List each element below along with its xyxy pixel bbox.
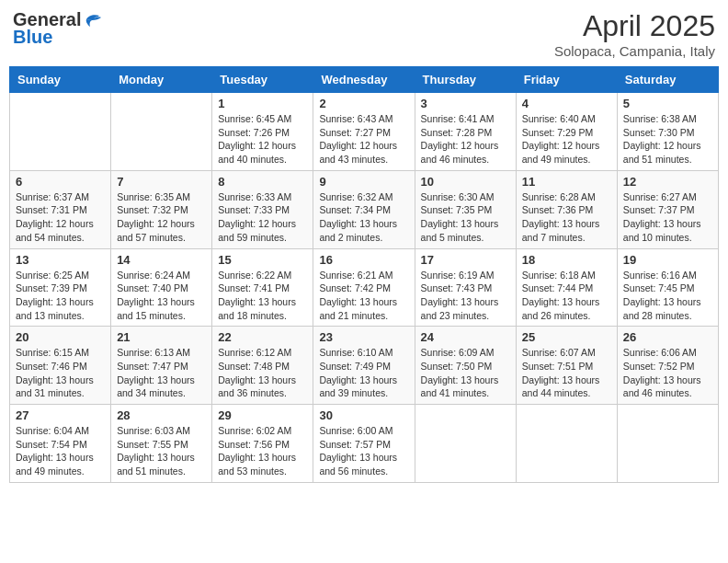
calendar-day-cell: 12Sunrise: 6:27 AM Sunset: 7:37 PM Dayli… — [617, 170, 718, 248]
day-info: Sunrise: 6:30 AM Sunset: 7:35 PM Dayligh… — [421, 190, 510, 245]
calendar-week-row: 27Sunrise: 6:04 AM Sunset: 7:54 PM Dayli… — [10, 405, 719, 483]
day-info: Sunrise: 6:19 AM Sunset: 7:43 PM Dayligh… — [421, 269, 510, 323]
calendar-day-cell: 6Sunrise: 6:37 AM Sunset: 7:31 PM Daylig… — [10, 170, 111, 248]
weekday-header-wednesday: Wednesday — [313, 67, 415, 93]
day-number: 24 — [421, 330, 510, 344]
calendar-day-cell: 19Sunrise: 6:16 AM Sunset: 7:45 PM Dayli… — [617, 248, 718, 327]
calendar-day-cell: 26Sunrise: 6:06 AM Sunset: 7:52 PM Dayli… — [617, 327, 718, 405]
day-number: 29 — [218, 408, 307, 422]
calendar-day-cell: 9Sunrise: 6:32 AM Sunset: 7:34 PM Daylig… — [313, 170, 415, 248]
day-info: Sunrise: 6:06 AM Sunset: 7:52 PM Dayligh… — [623, 346, 712, 400]
calendar-header-row: SundayMondayTuesdayWednesdayThursdayFrid… — [10, 67, 719, 93]
calendar-day-cell: 15Sunrise: 6:22 AM Sunset: 7:41 PM Dayli… — [212, 248, 313, 327]
main-title: April 2025 — [554, 9, 715, 43]
day-number: 13 — [16, 253, 105, 267]
day-number: 3 — [421, 97, 510, 110]
day-info: Sunrise: 6:45 AM Sunset: 7:26 PM Dayligh… — [218, 112, 307, 167]
day-info: Sunrise: 6:40 AM Sunset: 7:29 PM Dayligh… — [522, 112, 611, 167]
calendar-day-cell: 17Sunrise: 6:19 AM Sunset: 7:43 PM Dayli… — [415, 248, 516, 327]
day-info: Sunrise: 6:21 AM Sunset: 7:42 PM Dayligh… — [319, 269, 408, 323]
day-info: Sunrise: 6:24 AM Sunset: 7:40 PM Dayligh… — [117, 269, 206, 323]
logo: General Blue — [13, 9, 103, 48]
calendar-day-cell: 23Sunrise: 6:10 AM Sunset: 7:49 PM Dayli… — [313, 327, 415, 405]
subtitle: Solopaca, Campania, Italy — [554, 43, 715, 59]
empty-cell — [415, 405, 516, 483]
day-number: 4 — [522, 97, 611, 110]
calendar-day-cell: 3Sunrise: 6:41 AM Sunset: 7:28 PM Daylig… — [415, 93, 516, 171]
day-number: 9 — [319, 175, 408, 189]
calendar-day-cell: 20Sunrise: 6:15 AM Sunset: 7:46 PM Dayli… — [10, 327, 111, 405]
day-info: Sunrise: 6:27 AM Sunset: 7:37 PM Dayligh… — [623, 190, 712, 245]
calendar-day-cell: 21Sunrise: 6:13 AM Sunset: 7:47 PM Dayli… — [111, 327, 212, 405]
calendar-day-cell: 11Sunrise: 6:28 AM Sunset: 7:36 PM Dayli… — [516, 170, 617, 248]
calendar-day-cell: 18Sunrise: 6:18 AM Sunset: 7:44 PM Dayli… — [516, 248, 617, 327]
day-number: 23 — [319, 330, 408, 344]
calendar-day-cell: 27Sunrise: 6:04 AM Sunset: 7:54 PM Dayli… — [10, 405, 111, 483]
day-number: 21 — [117, 330, 206, 344]
weekday-header-monday: Monday — [111, 67, 212, 93]
weekday-header-thursday: Thursday — [415, 67, 516, 93]
day-number: 7 — [117, 175, 206, 189]
calendar-day-cell: 7Sunrise: 6:35 AM Sunset: 7:32 PM Daylig… — [111, 170, 212, 248]
day-number: 2 — [319, 97, 408, 110]
empty-cell — [111, 93, 212, 171]
day-number: 14 — [117, 253, 206, 267]
day-info: Sunrise: 6:02 AM Sunset: 7:56 PM Dayligh… — [218, 424, 307, 478]
day-info: Sunrise: 6:09 AM Sunset: 7:50 PM Dayligh… — [421, 346, 510, 400]
day-number: 30 — [319, 408, 408, 422]
calendar-week-row: 1Sunrise: 6:45 AM Sunset: 7:26 PM Daylig… — [10, 93, 719, 171]
calendar-week-row: 20Sunrise: 6:15 AM Sunset: 7:46 PM Dayli… — [10, 327, 719, 405]
weekday-header-friday: Friday — [516, 67, 617, 93]
day-info: Sunrise: 6:37 AM Sunset: 7:31 PM Dayligh… — [16, 190, 105, 245]
day-number: 27 — [16, 408, 105, 422]
day-info: Sunrise: 6:38 AM Sunset: 7:30 PM Dayligh… — [623, 112, 712, 167]
calendar-day-cell: 5Sunrise: 6:38 AM Sunset: 7:30 PM Daylig… — [617, 93, 718, 171]
day-number: 25 — [522, 330, 611, 344]
day-number: 11 — [522, 175, 611, 189]
day-info: Sunrise: 6:12 AM Sunset: 7:48 PM Dayligh… — [218, 346, 307, 400]
calendar-day-cell: 4Sunrise: 6:40 AM Sunset: 7:29 PM Daylig… — [516, 93, 617, 171]
day-number: 12 — [623, 175, 712, 189]
title-area: April 2025 Solopaca, Campania, Italy — [554, 9, 715, 59]
day-info: Sunrise: 6:07 AM Sunset: 7:51 PM Dayligh… — [522, 346, 611, 400]
day-number: 17 — [421, 253, 510, 267]
day-info: Sunrise: 6:10 AM Sunset: 7:49 PM Dayligh… — [319, 346, 408, 400]
day-info: Sunrise: 6:03 AM Sunset: 7:55 PM Dayligh… — [117, 424, 206, 478]
calendar-day-cell: 14Sunrise: 6:24 AM Sunset: 7:40 PM Dayli… — [111, 248, 212, 327]
day-info: Sunrise: 6:16 AM Sunset: 7:45 PM Dayligh… — [623, 269, 712, 323]
day-number: 6 — [16, 175, 105, 189]
day-info: Sunrise: 6:33 AM Sunset: 7:33 PM Dayligh… — [218, 190, 307, 245]
calendar-day-cell: 22Sunrise: 6:12 AM Sunset: 7:48 PM Dayli… — [212, 327, 313, 405]
day-number: 26 — [623, 330, 712, 344]
calendar-day-cell: 8Sunrise: 6:33 AM Sunset: 7:33 PM Daylig… — [212, 170, 313, 248]
day-number: 28 — [117, 408, 206, 422]
logo-bird-icon — [83, 12, 103, 29]
day-number: 5 — [623, 97, 712, 110]
day-number: 19 — [623, 253, 712, 267]
weekday-header-sunday: Sunday — [10, 67, 111, 93]
day-info: Sunrise: 6:25 AM Sunset: 7:39 PM Dayligh… — [16, 269, 105, 323]
weekday-header-tuesday: Tuesday — [212, 67, 313, 93]
day-info: Sunrise: 6:41 AM Sunset: 7:28 PM Dayligh… — [421, 112, 510, 167]
calendar-day-cell: 25Sunrise: 6:07 AM Sunset: 7:51 PM Dayli… — [516, 327, 617, 405]
empty-cell — [10, 93, 111, 171]
calendar-day-cell: 1Sunrise: 6:45 AM Sunset: 7:26 PM Daylig… — [212, 93, 313, 171]
logo-blue-text: Blue — [13, 27, 52, 48]
day-info: Sunrise: 6:13 AM Sunset: 7:47 PM Dayligh… — [117, 346, 206, 400]
day-info: Sunrise: 6:15 AM Sunset: 7:46 PM Dayligh… — [16, 346, 105, 400]
day-info: Sunrise: 6:22 AM Sunset: 7:41 PM Dayligh… — [218, 269, 307, 323]
header: General Blue April 2025 Solopaca, Campan… — [9, 9, 719, 59]
day-number: 22 — [218, 330, 307, 344]
calendar-week-row: 13Sunrise: 6:25 AM Sunset: 7:39 PM Dayli… — [10, 248, 719, 327]
day-number: 8 — [218, 175, 307, 189]
calendar-day-cell: 29Sunrise: 6:02 AM Sunset: 7:56 PM Dayli… — [212, 405, 313, 483]
day-info: Sunrise: 6:04 AM Sunset: 7:54 PM Dayligh… — [16, 424, 105, 478]
empty-cell — [516, 405, 617, 483]
day-number: 1 — [218, 97, 307, 110]
empty-cell — [617, 405, 718, 483]
day-info: Sunrise: 6:43 AM Sunset: 7:27 PM Dayligh… — [319, 112, 408, 167]
day-number: 18 — [522, 253, 611, 267]
day-info: Sunrise: 6:18 AM Sunset: 7:44 PM Dayligh… — [522, 269, 611, 323]
calendar-day-cell: 24Sunrise: 6:09 AM Sunset: 7:50 PM Dayli… — [415, 327, 516, 405]
day-info: Sunrise: 6:32 AM Sunset: 7:34 PM Dayligh… — [319, 190, 408, 245]
